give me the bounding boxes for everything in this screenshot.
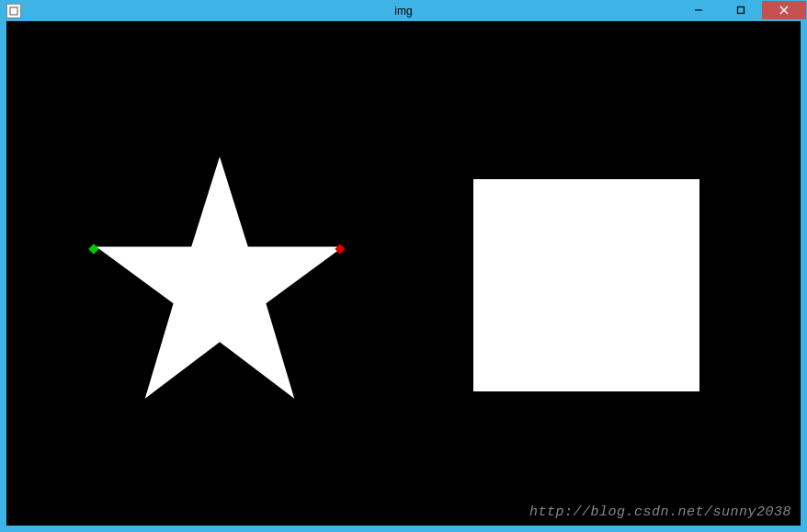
minimize-button[interactable] [677, 1, 720, 19]
image-canvas: http://blog.csdn.net/sunny2038 [6, 21, 801, 526]
titlebar[interactable]: img [1, 1, 806, 21]
maximize-icon [736, 6, 745, 15]
rectangle-shape [473, 179, 699, 391]
close-icon [779, 6, 789, 15]
svg-rect-0 [10, 7, 17, 15]
close-button[interactable] [762, 1, 806, 19]
window-controls [677, 1, 806, 19]
window-title: img [394, 5, 412, 17]
minimize-icon [694, 6, 703, 15]
svg-marker-5 [97, 157, 344, 399]
app-window: img [0, 0, 807, 532]
star-shape [91, 152, 348, 409]
maximize-button[interactable] [720, 1, 762, 19]
app-icon [6, 4, 21, 18]
svg-rect-2 [738, 7, 744, 14]
watermark-text: http://blog.csdn.net/sunny2038 [529, 504, 791, 520]
client-area: http://blog.csdn.net/sunny2038 [6, 21, 801, 526]
